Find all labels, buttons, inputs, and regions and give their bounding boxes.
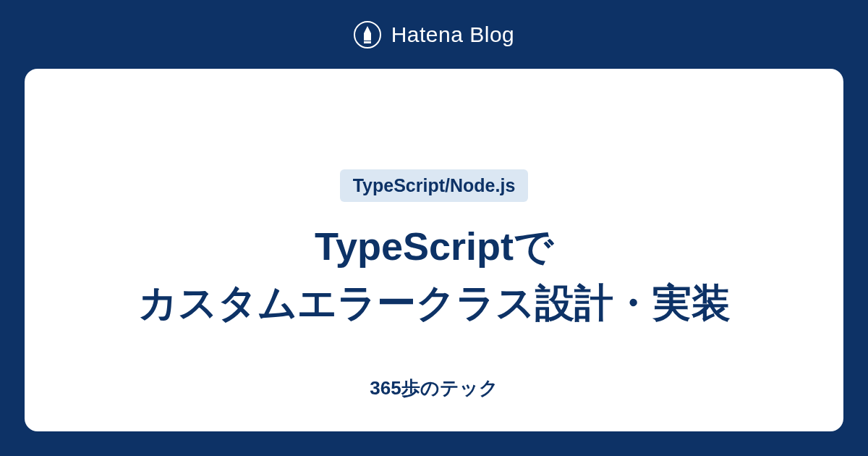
brand-name: Hatena Blog (391, 22, 515, 47)
title-line-1: TypeScriptで (138, 218, 731, 274)
card-content: TypeScript/Node.js TypeScriptで カスタムエラークラ… (138, 98, 731, 402)
article-card: TypeScript/Node.js TypeScriptで カスタムエラークラ… (25, 69, 843, 431)
blog-name: 365歩のテック (370, 376, 498, 401)
svg-rect-0 (364, 41, 371, 43)
title-line-2: カスタムエラークラス設計・実装 (138, 274, 731, 331)
hatena-pen-icon (354, 21, 381, 48)
brand-header: Hatena Blog (0, 0, 868, 69)
category-badge: TypeScript/Node.js (340, 169, 529, 202)
article-title: TypeScriptで カスタムエラークラス設計・実装 (138, 218, 731, 332)
